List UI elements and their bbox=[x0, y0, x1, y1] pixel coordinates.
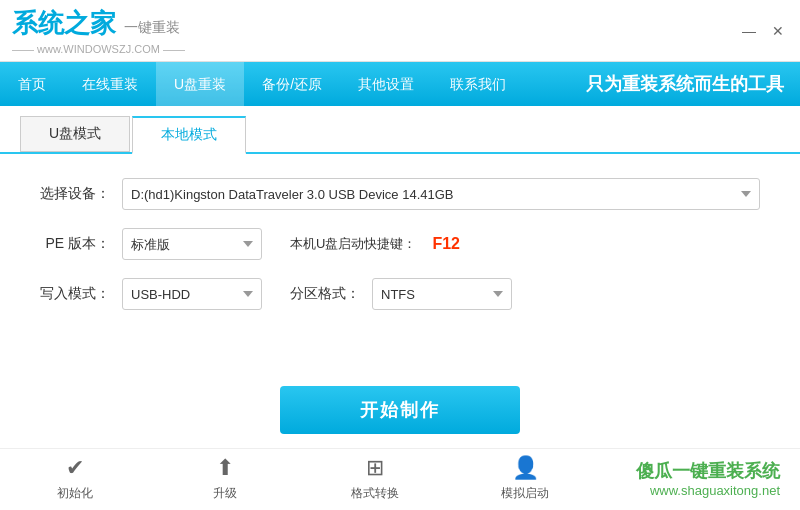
device-row: 选择设备： D:(hd1)Kingston DataTraveler 3.0 U… bbox=[40, 178, 760, 210]
device-label: 选择设备： bbox=[40, 185, 110, 203]
title-bar: 系统之家 一键重装 —— www.WINDOWSZJ.COM —— — ✕ bbox=[0, 0, 800, 62]
nav-slogan: 只为重装系统而生的工具 bbox=[586, 72, 800, 96]
partition-label: 分区格式： bbox=[290, 285, 360, 303]
simulate-boot-icon: 👤 bbox=[512, 455, 539, 481]
nav-item-home[interactable]: 首页 bbox=[0, 62, 64, 106]
initialize-label: 初始化 bbox=[57, 485, 93, 502]
app-url: —— www.WINDOWSZJ.COM —— bbox=[12, 43, 185, 55]
tab-usb-mode[interactable]: U盘模式 bbox=[20, 116, 130, 152]
brand-area: 傻瓜一键重装系统 www.shaguaxitong.net bbox=[600, 459, 800, 498]
start-button[interactable]: 开始制作 bbox=[280, 386, 520, 434]
app-title: 系统之家 bbox=[12, 6, 116, 41]
app-title-main: 系统之家 一键重装 bbox=[12, 6, 185, 41]
device-select[interactable]: D:(hd1)Kingston DataTraveler 3.0 USB Dev… bbox=[122, 178, 760, 210]
upgrade-icon: ⬆ bbox=[216, 455, 234, 481]
write-row: 写入模式： USB-HDD 分区格式： NTFS bbox=[40, 278, 760, 310]
title-controls: — ✕ bbox=[738, 23, 788, 39]
shortcut-key: F12 bbox=[432, 235, 460, 253]
tool-upgrade[interactable]: ⬆ 升级 bbox=[150, 455, 300, 502]
pe-row: PE 版本： 标准版 本机U盘启动快捷键： F12 bbox=[40, 228, 760, 260]
tool-format-convert[interactable]: ⊞ 格式转换 bbox=[300, 455, 450, 502]
pe-select[interactable]: 标准版 bbox=[122, 228, 262, 260]
nav-item-online[interactable]: 在线重装 bbox=[64, 62, 156, 106]
tool-simulate-boot[interactable]: 👤 模拟启动 bbox=[450, 455, 600, 502]
tabs: U盘模式 本地模式 bbox=[0, 106, 800, 154]
format-convert-icon: ⊞ bbox=[366, 455, 384, 481]
nav-item-settings[interactable]: 其他设置 bbox=[340, 62, 432, 106]
brand-name: 傻瓜一键重装系统 bbox=[636, 459, 780, 483]
tool-initialize[interactable]: ✔ 初始化 bbox=[0, 455, 150, 502]
nav-item-usb[interactable]: U盘重装 bbox=[156, 62, 244, 106]
main-content: U盘模式 本地模式 选择设备： D:(hd1)Kingston DataTrav… bbox=[0, 106, 800, 510]
upgrade-label: 升级 bbox=[213, 485, 237, 502]
bottom-tools: ✔ 初始化 ⬆ 升级 ⊞ 格式转换 👤 模拟启动 傻瓜一键重装系统 www.sh… bbox=[0, 448, 800, 510]
simulate-boot-label: 模拟启动 bbox=[501, 485, 549, 502]
nav-item-backup[interactable]: 备份/还原 bbox=[244, 62, 340, 106]
partition-select[interactable]: NTFS bbox=[372, 278, 512, 310]
shortcut-label: 本机U盘启动快捷键： bbox=[290, 235, 416, 253]
title-left: 系统之家 一键重装 —— www.WINDOWSZJ.COM —— bbox=[12, 6, 185, 55]
minimize-button[interactable]: — bbox=[738, 23, 760, 39]
app-subtitle: 一键重装 bbox=[124, 19, 180, 37]
format-convert-label: 格式转换 bbox=[351, 485, 399, 502]
close-button[interactable]: ✕ bbox=[768, 23, 788, 39]
brand-url: www.shaguaxitong.net bbox=[650, 483, 780, 498]
form-area: 选择设备： D:(hd1)Kingston DataTraveler 3.0 U… bbox=[0, 154, 800, 378]
nav-bar: 首页 在线重装 U盘重装 备份/还原 其他设置 联系我们 只为重装系统而生的工具 bbox=[0, 62, 800, 106]
nav-item-contact[interactable]: 联系我们 bbox=[432, 62, 524, 106]
write-label: 写入模式： bbox=[40, 285, 110, 303]
start-btn-row: 开始制作 bbox=[0, 386, 800, 434]
write-select[interactable]: USB-HDD bbox=[122, 278, 262, 310]
pe-label: PE 版本： bbox=[40, 235, 110, 253]
tab-local-mode[interactable]: 本地模式 bbox=[132, 116, 246, 154]
initialize-icon: ✔ bbox=[66, 455, 84, 481]
